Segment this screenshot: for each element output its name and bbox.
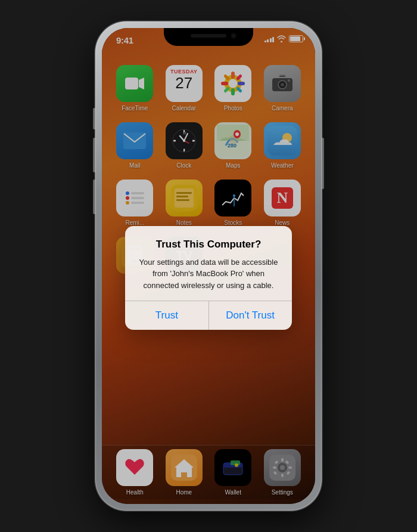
power-button[interactable] [322,138,324,189]
trust-button[interactable]: Trust [125,301,208,330]
alert-message: Your settings and data will be accessibl… [136,256,281,292]
alert-buttons: Trust Don't Trust [125,301,292,330]
homescreen: 9:41 [102,28,315,504]
dont-trust-button[interactable]: Don't Trust [208,301,292,330]
volume-up-button[interactable] [93,138,95,172]
alert-title: Trust This Computer? [136,238,281,251]
mute-button[interactable] [93,108,95,129]
alert-overlay: Trust This Computer? Your settings and d… [102,28,315,504]
volume-down-button[interactable] [93,180,95,214]
phone-frame: 9:41 [95,21,322,511]
phone-screen: 9:41 [102,28,315,504]
alert-content: Trust This Computer? Your settings and d… [125,226,292,301]
alert-box: Trust This Computer? Your settings and d… [125,226,292,329]
